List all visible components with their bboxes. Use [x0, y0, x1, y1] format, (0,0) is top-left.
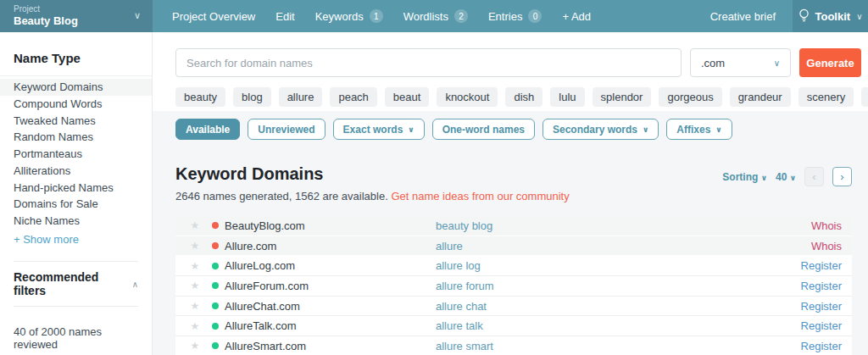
nav-item-keywords[interactable]: Keywords1 [305, 9, 393, 23]
keyword-chip-blog[interactable]: blog [233, 87, 271, 107]
register-link[interactable]: Register [793, 280, 852, 292]
nav-item-edit[interactable]: Edit [265, 10, 304, 23]
filter-pill-label: Exact words [343, 124, 403, 136]
keyword-link[interactable]: allure talk [436, 319, 793, 332]
filters-row: AvailableUnreviewedExact words∨One-word … [175, 119, 852, 140]
keyword-chip-lulu[interactable]: lulu [550, 87, 584, 107]
chevron-down-icon: ∨ [408, 125, 414, 134]
keyword-link[interactable]: allure forum [436, 280, 793, 292]
chevron-down-icon: ∨ [715, 125, 721, 134]
keyword-chip-grandeur[interactable]: grandeur [730, 87, 791, 107]
nav-item-count-badge: 2 [454, 9, 468, 23]
register-link[interactable]: Register [793, 340, 852, 352]
sidebar-item-keyword-domains[interactable]: Keyword Domains [0, 79, 152, 96]
previous-page-button[interactable]: ‹ [804, 167, 824, 186]
nav-item-entries[interactable]: Entries0 [478, 9, 552, 23]
star-icon[interactable]: ★ [184, 280, 206, 291]
register-link[interactable]: Register [793, 259, 852, 272]
star-icon[interactable]: ★ [184, 340, 206, 352]
keyword-link[interactable]: allure log [436, 259, 793, 272]
status-dot-cell [206, 282, 225, 289]
generate-button[interactable]: Generate [799, 48, 861, 77]
sidebar-item-random-names[interactable]: Random Names [0, 129, 152, 146]
star-icon[interactable]: ★ [184, 219, 206, 231]
results-summary-text: 2646 names generated, 1562 are available… [175, 190, 388, 202]
domain-name: AllureTalk.com [225, 319, 436, 332]
filter-pill-secondary-words[interactable]: Secondary words∨ [542, 119, 659, 140]
sidebar-item-domains-for-sale[interactable]: Domains for Sale [0, 197, 152, 214]
status-dot-available [212, 302, 219, 309]
sidebar-item-alliterations[interactable]: Alliterations [0, 163, 152, 180]
sidebar-item-hand-picked-names[interactable]: Hand-picked Names [0, 180, 152, 197]
filter-pill-unreviewed[interactable]: Unreviewed [248, 119, 325, 140]
nav-item-add[interactable]: + Add [552, 10, 601, 23]
whois-link[interactable]: Whois [793, 240, 852, 252]
register-link[interactable]: Register [793, 300, 852, 313]
chevron-down-icon: ∨ [134, 10, 141, 21]
table-row: ★AllureChat.comallure chatRegister [175, 297, 852, 317]
table-row: ★AllureTalk.comallure talkRegister [175, 316, 852, 336]
tld-selected-value: .com [701, 57, 725, 69]
sorting-controls: Sorting ∨ 40 ∨ ‹ › [722, 167, 852, 186]
page-size-dropdown[interactable]: 40 ∨ [776, 171, 796, 183]
star-icon[interactable]: ★ [184, 320, 206, 332]
keyword-link[interactable]: beauty blog [436, 219, 793, 232]
search-row: .com ∨ Generate [153, 32, 868, 77]
show-more-link[interactable]: + Show more [0, 230, 152, 249]
filter-pill-affixes[interactable]: Affixes∨ [666, 119, 732, 140]
keyword-link[interactable]: allure smart [436, 340, 793, 352]
domain-name: AllureChat.com [225, 300, 436, 313]
nav-item-wordlists[interactable]: Wordlists2 [393, 9, 478, 23]
sorting-dropdown[interactable]: Sorting ∨ [722, 171, 767, 183]
project-selector[interactable]: Project Beauty Blog ∨ [0, 0, 153, 32]
community-link[interactable]: Get name ideas from our community [391, 190, 569, 202]
star-icon[interactable]: ★ [184, 260, 206, 272]
chevron-up-icon[interactable]: ∧ [132, 280, 138, 289]
sidebar-item-niche-names[interactable]: Niche Names [0, 213, 152, 230]
keyword-link[interactable]: allure chat [436, 300, 793, 313]
creative-brief-link[interactable]: Creative brief [693, 0, 793, 32]
filter-pill-label: Affixes [676, 124, 710, 136]
toolkit-menu[interactable]: Toolkit ∨ [793, 0, 868, 32]
status-dot-taken [212, 222, 219, 229]
section-header: Keyword Domains 2646 names generated, 15… [175, 164, 852, 202]
app-root: Project Beauty Blog ∨ Project OverviewEd… [0, 0, 868, 355]
search-input[interactable] [175, 48, 682, 77]
status-dot-cell [206, 242, 225, 249]
recommended-filters-section[interactable]: Recommended filters ∧ [0, 262, 152, 306]
keyword-chip-beaut[interactable]: beaut [385, 87, 430, 107]
whois-link[interactable]: Whois [793, 219, 852, 232]
filter-pill-one-word-names[interactable]: One-word names [432, 119, 535, 140]
keyword-chip-beauty[interactable]: beauty [175, 87, 225, 107]
keyword-chip-knockout[interactable]: knockout [437, 87, 498, 107]
table-row: ★AllureLog.comallure logRegister [175, 256, 852, 276]
keyword-chip-allure[interactable]: allure [279, 87, 323, 107]
star-icon[interactable]: ★ [184, 300, 206, 312]
next-page-button[interactable]: › [832, 167, 852, 186]
keyword-chip-splendor[interactable]: splendor [593, 87, 652, 107]
keyword-chip-dish[interactable]: dish [505, 87, 542, 107]
status-dot-available [212, 342, 219, 349]
sidebar-item-portmanteaus[interactable]: Portmanteaus [0, 146, 152, 163]
keyword-chip-peach[interactable]: peach [330, 87, 376, 107]
project-label: Project [14, 4, 142, 14]
nav-item-project-overview[interactable]: Project Overview [162, 10, 265, 23]
domain-name: Allure.com [225, 240, 436, 252]
register-link[interactable]: Register [793, 319, 852, 332]
filter-pill-label: Unreviewed [258, 124, 314, 136]
star-icon[interactable]: ★ [184, 240, 206, 252]
filter-pill-available[interactable]: Available [175, 119, 240, 140]
domain-name: AllureSmart.com [225, 340, 436, 352]
sidebar-item-compound-words[interactable]: Compound Words [0, 96, 152, 113]
keyword-chip-lovely[interactable]: lovely [861, 87, 868, 107]
top-nav: Project OverviewEditKeywords1Wordlists2E… [153, 0, 693, 32]
nav-item-label: + Add [562, 10, 591, 23]
keyword-chip-scenery[interactable]: scenery [798, 87, 854, 107]
filter-pill-exact-words[interactable]: Exact words∨ [333, 119, 425, 140]
lightbulb-icon [798, 8, 810, 24]
status-dot-taken [212, 242, 219, 249]
keyword-chip-gorgeous[interactable]: gorgeous [659, 87, 721, 107]
sidebar-item-tweaked-names[interactable]: Tweaked Names [0, 113, 152, 130]
keyword-link[interactable]: allure [436, 240, 793, 252]
tld-select[interactable]: .com ∨ [690, 48, 791, 77]
